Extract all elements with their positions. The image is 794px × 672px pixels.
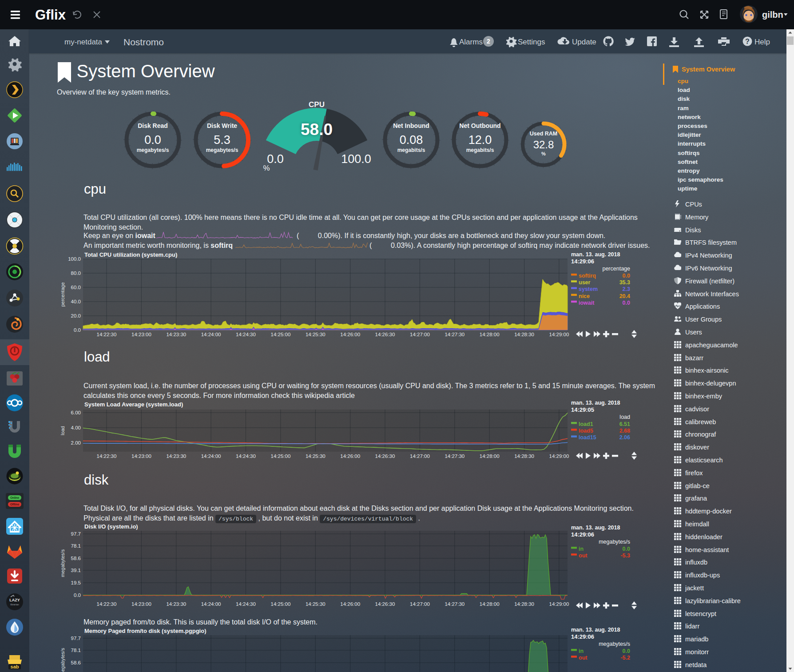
svg-text:14:29:00: 14:29:00: [549, 601, 569, 607]
svg-text:0.0: 0.0: [623, 273, 630, 279]
svg-text:14:29:06: 14:29:06: [571, 258, 594, 265]
svg-text:14:28:30: 14:28:30: [514, 601, 534, 607]
svg-text:2.00: 2.00: [71, 440, 81, 445]
svg-text:14:22:30: 14:22:30: [97, 453, 117, 459]
svg-text:in: in: [579, 546, 584, 552]
svg-text:megabits/s: megabits/s: [397, 147, 425, 153]
svg-text:Net Outbound: Net Outbound: [459, 122, 500, 129]
svg-text:Online: Online: [10, 496, 20, 499]
svg-text:Net Inbound: Net Inbound: [393, 122, 429, 129]
svg-text:14:28:00: 14:28:00: [480, 453, 500, 459]
svg-text:6.51: 6.51: [619, 421, 630, 427]
svg-text:14:28:00: 14:28:00: [480, 332, 500, 337]
svg-text:Disk Read: Disk Read: [138, 122, 168, 129]
svg-text:Total CPU utilization (system.: Total CPU utilization (system.cpu): [84, 251, 177, 258]
svg-text:39.1: 39.1: [71, 568, 81, 573]
svg-text:78.1: 78.1: [71, 648, 81, 653]
svg-text:2.06: 2.06: [619, 434, 630, 441]
svg-text:58.0: 58.0: [301, 120, 333, 139]
svg-text:?: ?: [745, 38, 750, 45]
svg-text:14:22:30: 14:22:30: [97, 332, 117, 337]
svg-text:Used RAM: Used RAM: [530, 131, 558, 137]
svg-text:97.7: 97.7: [71, 531, 81, 537]
svg-text:14:23:30: 14:23:30: [166, 453, 186, 459]
svg-text:nice: nice: [579, 293, 590, 299]
svg-text:megabytes/s: megabytes/s: [599, 641, 630, 647]
svg-text:12.0: 12.0: [468, 133, 492, 147]
svg-text:14:24:00: 14:24:00: [201, 601, 221, 607]
svg-text:14:25:30: 14:25:30: [306, 332, 326, 337]
svg-text:14:24:30: 14:24:30: [236, 332, 256, 337]
svg-text:14:29:00: 14:29:00: [549, 453, 569, 459]
svg-text:load5: load5: [579, 428, 593, 434]
svg-text:5.3: 5.3: [214, 133, 230, 147]
svg-text:Alarms: Alarms: [459, 38, 483, 46]
svg-text:man. 13. aug. 2018: man. 13. aug. 2018: [571, 251, 620, 258]
svg-text:14:27:00: 14:27:00: [410, 601, 430, 607]
svg-text:man. 13. aug. 2018: man. 13. aug. 2018: [571, 525, 620, 531]
svg-text:softirq: softirq: [579, 273, 596, 279]
svg-text:megabytes/s: megabytes/s: [599, 539, 630, 545]
svg-text:load: load: [619, 414, 630, 420]
svg-text:14:27:00: 14:27:00: [410, 332, 430, 337]
svg-text:out: out: [579, 655, 588, 661]
svg-text:14:28:30: 14:28:30: [514, 332, 534, 337]
svg-text:14:25:00: 14:25:00: [271, 601, 291, 607]
svg-text:librarian: librarian: [10, 603, 19, 606]
svg-text:14:24:00: 14:24:00: [201, 332, 221, 337]
svg-text:80.0: 80.0: [71, 270, 81, 276]
svg-text:megabytes/s: megabytes/s: [137, 147, 169, 153]
svg-text:Settings: Settings: [518, 38, 545, 46]
svg-text:%: %: [541, 151, 546, 156]
svg-text:my-netdata: my-netdata: [64, 38, 103, 46]
svg-text:14:25:00: 14:25:00: [271, 453, 291, 459]
svg-text:14:23:30: 14:23:30: [166, 601, 186, 607]
svg-text:97.7: 97.7: [71, 636, 81, 641]
svg-text:58.6: 58.6: [71, 660, 81, 665]
svg-text:14:24:30: 14:24:30: [236, 453, 256, 459]
svg-text:14:24:30: 14:24:30: [236, 601, 256, 607]
svg-text:14:28:00: 14:28:00: [480, 601, 500, 607]
svg-text:14:26:00: 14:26:00: [340, 453, 360, 459]
svg-text:14:25:30: 14:25:30: [306, 601, 326, 607]
svg-text:0.08: 0.08: [400, 133, 423, 147]
svg-text:2.3: 2.3: [623, 286, 630, 292]
svg-text:in: in: [579, 648, 584, 654]
svg-text:100.0: 100.0: [68, 256, 81, 262]
svg-text:58.6: 58.6: [71, 556, 81, 561]
svg-text:sab: sab: [11, 664, 19, 669]
svg-text:megabytes/s: megabytes/s: [206, 147, 238, 153]
svg-text:load15: load15: [579, 434, 596, 441]
svg-text:megabytes/s: megabytes/s: [60, 549, 65, 577]
svg-text:60.0: 60.0: [71, 285, 81, 290]
svg-text:Gflix: Gflix: [35, 7, 66, 23]
svg-text:4.00: 4.00: [71, 425, 81, 430]
svg-text:0.0: 0.0: [74, 327, 81, 333]
svg-text:percentage: percentage: [602, 266, 630, 272]
svg-text:0.0: 0.0: [74, 592, 81, 598]
svg-text:14:26:30: 14:26:30: [375, 332, 395, 337]
svg-text:14:22:30: 14:22:30: [97, 601, 117, 607]
svg-text:Update: Update: [572, 38, 596, 46]
svg-text:35.3: 35.3: [619, 279, 630, 286]
svg-text:percentage: percentage: [60, 282, 65, 306]
svg-text:19.5: 19.5: [71, 580, 81, 585]
svg-text:user: user: [579, 279, 591, 286]
svg-text:14:27:30: 14:27:30: [445, 601, 464, 607]
svg-text:load1: load1: [579, 421, 593, 427]
svg-text:14:27:30: 14:27:30: [445, 453, 464, 459]
svg-text:megabits/s: megabits/s: [466, 147, 494, 153]
svg-text:78.1: 78.1: [71, 543, 81, 549]
svg-text:-5.3: -5.3: [620, 553, 630, 559]
svg-text:System Load Average (system.lo: System Load Average (system.load): [84, 401, 183, 408]
svg-text:Help: Help: [754, 38, 770, 46]
svg-text:megabytes/s: megabytes/s: [60, 648, 65, 672]
svg-text:20.0: 20.0: [71, 313, 81, 318]
svg-text:load: load: [60, 426, 65, 435]
svg-text:0.0: 0.0: [144, 133, 161, 147]
svg-text:-5.2: -5.2: [620, 655, 630, 661]
svg-text:iowait: iowait: [579, 300, 595, 306]
svg-text:gilbn: gilbn: [762, 10, 783, 20]
svg-text:14:27:00: 14:27:00: [410, 453, 430, 459]
svg-text:14:25:00: 14:25:00: [271, 332, 291, 337]
